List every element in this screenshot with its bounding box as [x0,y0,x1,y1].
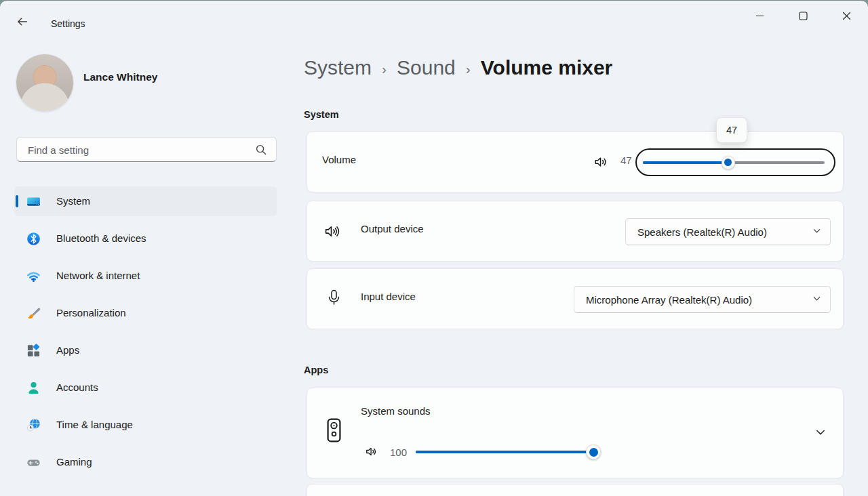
input-device-card: Input device Microphone Array (Realtek(R… [307,268,844,329]
gamepad-icon [26,455,41,470]
volume-card: Volume 47 [307,131,844,192]
close-button[interactable] [831,5,862,28]
breadcrumb-sound[interactable]: Sound [397,56,456,79]
sidebar-item-label: System [56,186,90,216]
system-sounds-slider[interactable] [416,451,593,453]
minimize-icon [755,11,764,23]
breadcrumb-system[interactable]: System [304,56,372,79]
close-icon [842,11,851,23]
system-sounds-value: 100 [390,447,407,458]
maximize-button[interactable] [787,5,818,28]
breadcrumb: System › Sound › Volume mixer [304,56,612,79]
speaker-icon [593,154,608,172]
search-icon [255,144,267,159]
display-icon [26,194,41,209]
input-device-value: Microphone Array (Realtek(R) Audio) [586,294,752,306]
sidebar-item-network-internet[interactable]: Network & internet [14,261,277,291]
expand-button[interactable] [810,423,831,445]
selection-indicator [16,195,18,207]
sidebar-item-personalization[interactable]: Personalization [14,298,277,328]
section-header-system: System [304,109,339,120]
microphone-icon [327,289,341,310]
maximize-icon [799,11,808,23]
apps-grid-icon [26,344,41,358]
system-sounds-card: System sounds 100 [307,388,844,478]
page-title: Volume mixer [481,56,613,79]
chevron-down-icon [812,293,821,306]
volume-slider[interactable] [643,161,825,164]
system-sounds-label: System sounds [361,405,431,417]
sidebar-item-gaming[interactable]: Gaming [14,447,277,477]
search-box[interactable] [16,137,277,162]
output-device-dropdown[interactable]: Speakers (Realtek(R) Audio) [625,218,831,245]
window-title: Settings [51,18,85,29]
sidebar-item-label: Personalization [56,298,126,328]
slider-fill [416,451,593,453]
volume-value: 47 [620,154,632,166]
search-input[interactable] [26,138,253,163]
sidebar-item-label: Accounts [56,373,98,402]
section-header-apps: Apps [304,365,328,375]
sidebar-item-bluetooth-devices[interactable]: Bluetooth & devices [14,224,277,253]
input-device-dropdown[interactable]: Microphone Array (Realtek(R) Audio) [574,286,831,313]
speaker-loud-icon [324,223,341,243]
sidebar-item-label: Bluetooth & devices [56,224,146,253]
next-app-card-partial [307,484,844,496]
slider-thumb[interactable] [586,445,601,459]
sidebar-item-apps[interactable]: Apps [14,335,277,365]
paintbrush-icon [26,306,41,321]
slider-thumb[interactable] [722,156,735,169]
back-button[interactable] [12,14,33,33]
wifi-icon [26,269,41,283]
volume-tooltip: 47 [716,117,747,143]
person-icon [26,381,41,395]
output-device-value: Speakers (Realtek(R) Audio) [637,226,767,238]
sidebar-item-label: Apps [56,335,79,365]
chevron-down-icon [812,226,821,238]
chevron-down-icon [815,427,826,440]
slider-fill [643,161,728,164]
sidebar-item-label: Gaming [56,447,92,477]
user-avatar [16,54,73,111]
speaker-cabinet-icon [327,418,341,445]
back-arrow-icon [16,16,28,30]
sidebar-item-label: Time & language [56,410,133,440]
sidebar-item-accounts[interactable]: Accounts [14,373,277,402]
sidebar-item-label: Network & internet [56,261,140,291]
volume-slider-focus-ring [635,148,835,176]
breadcrumb-separator: › [466,59,471,77]
input-device-label: Input device [361,291,416,302]
breadcrumb-separator: › [382,59,387,77]
output-device-label: Output device [361,223,424,234]
bluetooth-icon [26,232,41,246]
settings-window: Settings Lance Whitney System Bluetooth … [0,0,868,496]
volume-label: Volume [322,154,356,165]
user-name: Lance Whitney [83,71,157,83]
clock-globe-icon [26,418,41,432]
sidebar-item-time-language[interactable]: Time & language [14,410,277,440]
speaker-small-icon [365,445,378,461]
minimize-button[interactable] [744,5,775,28]
sidebar-item-system[interactable]: System [14,186,277,216]
output-device-card: Output device Speakers (Realtek(R) Audio… [307,201,844,262]
